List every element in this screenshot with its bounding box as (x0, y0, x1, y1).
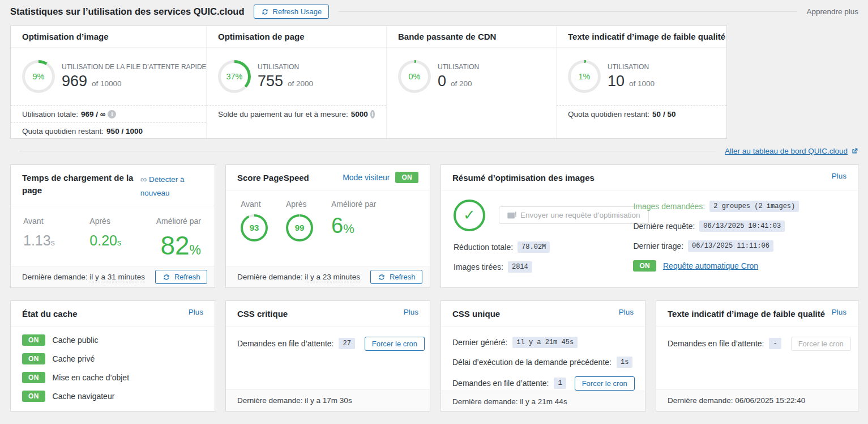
info-icon[interactable] (108, 110, 116, 118)
cache-label: Cache privé (53, 354, 95, 363)
before-value: 1.13s (23, 232, 55, 249)
usage-card-cdn-bandwidth: Bande passante de CDN 0% UTILISATION 0 o… (387, 26, 557, 138)
usage-card-title: Optimisation d’image (11, 26, 206, 48)
lqip-card: Texte indicatif d’image de faible qualit… (656, 300, 858, 412)
extra-value: 969 / ∞ (81, 110, 105, 118)
usage-quota: of 2000 (288, 79, 313, 88)
pulled-images-label: Images tirées: (454, 262, 503, 272)
last-request-time: il y a 31 minutes (89, 273, 145, 282)
more-link[interactable]: Plus (619, 308, 634, 316)
queue-label: Demandes en file d’attente: (452, 379, 549, 388)
extra-value: 950 / 1000 (106, 127, 143, 135)
success-check-icon: ✓ (454, 200, 485, 231)
unique-css-card: CSS unique Plus Dernier généré: il y a 2… (441, 300, 645, 412)
link-chain-icon: ∞ (140, 175, 147, 184)
visitor-mode-toggle[interactable]: ON (395, 172, 418, 183)
usage-card-title: Optimisation de page (207, 26, 386, 48)
cache-row: ON Mise en cache d’objet (22, 372, 203, 383)
page-header: Statistiques sur l’utilisation des servi… (10, 5, 858, 19)
refresh-usage-button[interactable]: Refresh Usage (254, 5, 330, 19)
usage-label: UTILISATION DE LA FILE D’ATTENTE RAPIDE (62, 63, 195, 71)
force-cron-button[interactable]: Forcer le cron (365, 337, 425, 351)
redetect-label: Détecter à nouveau (140, 175, 185, 197)
critical-css-card: CSS critique Plus Demandes en file d’att… (225, 300, 430, 412)
reduction-value: 78.02M (518, 241, 550, 253)
usage-extra-row: Solde du paiement au fur et à mesure: 50… (207, 105, 386, 122)
force-cron-button[interactable]: Forcer le cron (575, 376, 635, 391)
refresh-icon (378, 273, 386, 281)
improved-label: Amélioré par (331, 200, 376, 209)
last-request-value: 06/13/2025 10:41:03 (699, 221, 785, 232)
more-link[interactable]: Plus (404, 308, 418, 316)
last-request: Dernière demande: 06/06/2025 15:22:40 (668, 396, 805, 405)
usage-quota: of 1000 (629, 79, 655, 88)
pagespeed-score-card: Score PageSpeed Mode visiteur ON Avant 9… (225, 164, 430, 288)
usage-panel: Optimisation d’image 9% UTILISATION DE L… (10, 26, 727, 139)
quic-dashboard-link[interactable]: Aller au tableau de bord QUIC.cloud (725, 147, 858, 155)
usage-label: UTILISATION (608, 63, 655, 71)
last-request-time: il y a 23 minutes (305, 273, 360, 282)
usage-ring: 0% (398, 60, 431, 93)
last-request-label: Dernière requête: (633, 222, 695, 231)
refresh-label: Refresh (390, 273, 416, 281)
cache-label: Mise en cache d’objet (53, 373, 129, 382)
usage-ring: 1% (568, 60, 601, 93)
send-optimization-request-button[interactable]: Envoyer une requête d’optimisation (499, 206, 649, 224)
after-score: 99 (295, 223, 305, 232)
before-label: Avant (23, 217, 55, 226)
extra-value: 50 / 50 (652, 110, 675, 118)
usage-extra-row: Quota quotidien restant: 950 / 1000 (11, 122, 206, 138)
force-cron-button[interactable]: Forcer le cron (791, 337, 851, 351)
usage-card-title: Texte indicatif d’image de faible qualit… (557, 26, 726, 48)
queue-value: 1 (554, 378, 566, 389)
last-generated-value: il y a 21m 45s (512, 337, 578, 348)
cache-status-badge: ON (22, 353, 45, 364)
usage-card-page-optimization: Optimisation de page 37% UTILISATION 755… (207, 26, 387, 138)
more-link[interactable]: Plus (832, 308, 846, 316)
usage-label: UTILISATION (258, 63, 313, 71)
requested-images-label: Images demandées: (633, 202, 705, 211)
extra-label: Utilisation totale: (22, 110, 78, 118)
auto-request-cron-link[interactable]: Requête automatique Cron (663, 261, 758, 270)
image-optimization-summary-card: Résumé d’optimisation des images Plus ✓ … (441, 164, 858, 288)
info-icon[interactable] (370, 110, 375, 118)
extra-label: Quota quotidien restant: (568, 110, 649, 118)
refresh-button[interactable]: Refresh (155, 270, 208, 284)
reduction-label: Réduction totale: (454, 243, 513, 252)
cache-row: ON Cache public (22, 334, 203, 346)
cache-status-badge: ON (22, 391, 45, 402)
improved-label: Amélioré par (156, 217, 201, 226)
usage-percent: 9% (33, 72, 45, 81)
external-link-icon (851, 147, 858, 155)
card-title: Texte indicatif d’image de faible qualit… (668, 308, 825, 320)
cache-status-card: État du cache Plus ON Cache public ON Ca… (10, 300, 215, 412)
learn-more-link[interactable]: Apprendre plus (806, 7, 858, 16)
quic-cloud-usage-page: Statistiques sur l’utilisation des servi… (0, 0, 868, 412)
usage-quota: of 200 (451, 79, 472, 88)
after-score-ring: 99 (286, 214, 313, 241)
usage-used-value: 10 (608, 73, 625, 90)
more-link[interactable]: Plus (832, 172, 846, 180)
usage-card-lqip: Texte indicatif d’image de faible qualit… (557, 26, 726, 138)
more-link[interactable]: Plus (189, 308, 203, 316)
send-optimization-request-label: Envoyer une requête d’optimisation (520, 211, 640, 219)
usage-quota: of 10000 (92, 79, 122, 88)
status-row: État du cache Plus ON Cache public ON Ca… (10, 300, 858, 412)
force-cron-label: Forcer le cron (798, 340, 844, 348)
refresh-button[interactable]: Refresh (370, 270, 423, 284)
usage-extra-row: Utilisation totale: 969 / ∞ (11, 105, 206, 122)
visitor-mode-link[interactable]: Mode visiteur (343, 173, 390, 182)
card-title: CSS critique (237, 308, 288, 320)
card-title: Score PageSpeed (237, 172, 309, 184)
queue-label: Demandes en file d’attente: (668, 339, 764, 348)
usage-ring: 9% (22, 60, 55, 93)
cache-label: Cache public (53, 336, 99, 345)
exec-time-label: Délai d’exécution de la demande précéden… (452, 358, 612, 367)
last-pull-label: Dernier tirage: (633, 241, 683, 251)
dashboard-link-row: Aller au tableau de bord QUIC.cloud (10, 147, 858, 155)
page-load-time-card: Temps de chargement de la page ∞Détecter… (10, 164, 215, 288)
redetect-link[interactable]: ∞Détecter à nouveau (140, 172, 203, 200)
after-label: Après (89, 217, 121, 226)
metrics-row: Temps de chargement de la page ∞Détecter… (10, 164, 858, 288)
refresh-icon (163, 273, 170, 281)
